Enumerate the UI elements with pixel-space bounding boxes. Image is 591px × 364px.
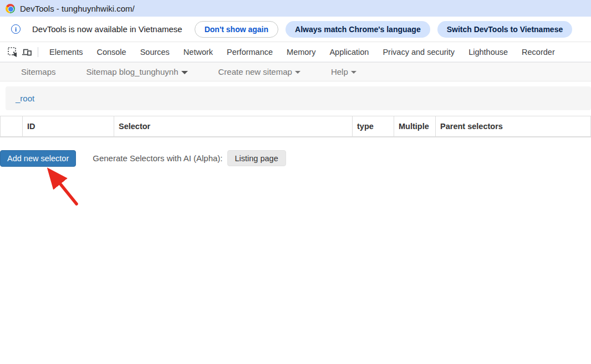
nav-sitemap-dropdown-label: Sitemap blog_tunghuynh [86, 67, 179, 76]
always-match-language-button[interactable]: Always match Chrome's language [286, 21, 430, 38]
window-title: DevTools - tunghuynhwiki.com/ [20, 4, 135, 13]
devtools-tab-bar: Elements Console Sources Network Perform… [0, 42, 591, 62]
selectors-table: ID Selector type Multiple Parent selecto… [0, 116, 591, 137]
tab-privacy-and-security[interactable]: Privacy and security [376, 42, 461, 62]
column-header-multiple: Multiple [394, 116, 436, 137]
tab-application[interactable]: Application [323, 42, 375, 62]
nav-create-new-sitemap-label: Create new sitemap [218, 67, 292, 76]
tab-console[interactable]: Console [90, 42, 133, 62]
breadcrumb-container: _root [0, 81, 591, 116]
web-scraper-navbar: Sitemaps Sitemap blog_tunghuynh Create n… [0, 62, 591, 81]
caret-down-icon [181, 71, 188, 74]
tab-recorder[interactable]: Recorder [515, 42, 562, 62]
breadcrumb-root-link[interactable]: _root [16, 94, 34, 103]
tab-sources[interactable]: Sources [134, 42, 176, 62]
tab-lighthouse[interactable]: Lighthouse [462, 42, 514, 62]
window-title-bar: DevTools - tunghuynhwiki.com/ [0, 0, 591, 17]
caret-down-icon [351, 71, 356, 74]
infobar-message: DevTools is now available in Vietnamese [32, 24, 182, 34]
breadcrumb: _root [6, 86, 591, 110]
add-new-selector-button[interactable]: Add new selector [0, 150, 76, 167]
column-header-selector: Selector [114, 116, 353, 137]
toolbar-divider [38, 47, 38, 57]
nav-help-dropdown[interactable]: Help [323, 67, 365, 76]
tab-elements[interactable]: Elements [43, 42, 89, 62]
dont-show-again-button[interactable]: Don't show again [195, 21, 278, 38]
column-header-type: type [353, 116, 394, 137]
tab-network[interactable]: Network [177, 42, 220, 62]
column-header-parent-selectors: Parent selectors [436, 116, 591, 137]
device-toolbar-icon[interactable] [20, 45, 34, 59]
info-icon: i [11, 24, 21, 34]
switch-devtools-language-button[interactable]: Switch DevTools to Vietnamese [437, 21, 573, 38]
table-header-row: ID Selector type Multiple Parent selecto… [1, 116, 591, 137]
column-header-id: ID [23, 116, 114, 137]
chrome-logo-icon [6, 4, 15, 13]
nav-create-new-sitemap-dropdown[interactable]: Create new sitemap [210, 67, 309, 76]
nav-sitemaps[interactable]: Sitemaps [13, 67, 64, 76]
tab-memory[interactable]: Memory [280, 42, 322, 62]
listing-page-button[interactable]: Listing page [227, 150, 286, 166]
red-arrow-annotation [30, 164, 83, 208]
actions-row: Add new selector Generate Selectors with… [0, 150, 591, 167]
generate-selectors-ai-label: Generate Selectors with AI (Alpha): [93, 153, 222, 163]
caret-down-icon [295, 71, 300, 74]
tab-performance[interactable]: Performance [220, 42, 279, 62]
inspect-element-icon[interactable] [6, 45, 20, 59]
nav-help-label: Help [331, 67, 348, 76]
column-header-handle [1, 116, 23, 137]
language-infobar: i DevTools is now available in Vietnames… [0, 17, 591, 42]
nav-sitemap-dropdown[interactable]: Sitemap blog_tunghuynh [78, 67, 196, 76]
